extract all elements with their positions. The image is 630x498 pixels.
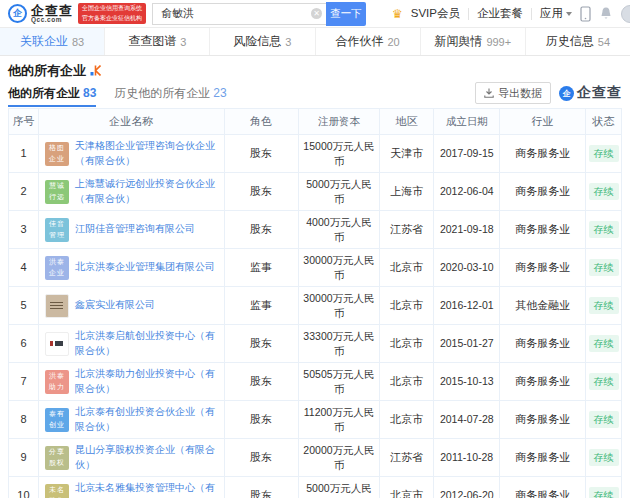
row-index: 9: [9, 439, 39, 477]
tab-graph[interactable]: 查查图谱3: [105, 28, 210, 55]
capital-cell: 33300万元人民币: [299, 325, 381, 363]
status-badge: 存续: [589, 373, 619, 391]
status-badge: 存续: [589, 183, 619, 201]
export-data-button[interactable]: 导出数据: [475, 82, 551, 104]
col-role: 角色: [225, 109, 299, 135]
table-body: 1 格图企业 天津格图企业管理咨询合伙企业（有限合伙） 股东 15000万元人民…: [9, 135, 622, 498]
badge-line-1: 全国企业信用查询系统: [82, 4, 142, 14]
status-badge: 存续: [589, 487, 619, 498]
company-name-link[interactable]: 北京洪泰企业管理集团有限公司: [75, 260, 215, 275]
industry-cell: 商务服务业: [500, 477, 586, 498]
row-index: 5: [9, 287, 39, 325]
region-cell: 北京市: [380, 287, 434, 325]
col-industry: 行业: [500, 109, 586, 135]
notification-bell-icon[interactable]: [599, 6, 613, 21]
industry-cell: 商务服务业: [500, 439, 586, 477]
tab-related-companies[interactable]: 关联企业83: [0, 28, 105, 55]
row-index: 10: [9, 477, 39, 498]
company-name-link[interactable]: 天津格图企业管理咨询合伙企业（有限合伙）: [75, 139, 220, 168]
region-cell: 北京市: [380, 401, 434, 439]
capital-cell: 50505万元人民币: [299, 363, 381, 401]
top-header: 企 企查查 Qcc.com 全国企业信用查询系统 官方备案企业征信机构 ✕ 查一…: [0, 0, 630, 28]
capital-cell: 15000万元人民币: [299, 135, 381, 173]
capital-cell: 5000万元人民币: [299, 173, 381, 211]
industry-cell: 其他金融业: [500, 287, 586, 325]
table-row: 2 慧诚行远 上海慧诚行远创业投资合伙企业（有限合伙） 股东 5000万元人民币…: [9, 173, 622, 211]
industry-cell: 商务服务业: [500, 211, 586, 249]
qcc-logo[interactable]: 企 企查查 Qcc.com: [8, 4, 73, 24]
company-name-link[interactable]: 北京未名雅集投资管理中心（有限合伙）: [75, 481, 220, 498]
subtab-his-companies[interactable]: 他的所有企业83: [8, 85, 96, 102]
tab-risk-info[interactable]: 风险信息3: [210, 28, 315, 55]
role-cell: 股东: [225, 363, 299, 401]
row-index: 7: [9, 363, 39, 401]
tab-history[interactable]: 历史信息54: [526, 28, 630, 55]
company-name-link[interactable]: 昆山分享股权投资企业（有限合伙）: [75, 443, 220, 472]
company-name-link[interactable]: 江阴佳音管理咨询有限公司: [75, 222, 195, 237]
apps-menu[interactable]: 应用: [540, 6, 572, 21]
clear-search-icon[interactable]: ✕: [311, 8, 322, 19]
region-cell: 江苏省: [380, 211, 434, 249]
role-cell: 股东: [225, 401, 299, 439]
date-cell: 2012-06-04: [434, 173, 500, 211]
download-icon: [484, 88, 494, 98]
brand-name: 企查查: [31, 4, 73, 17]
role-cell: 股东: [225, 211, 299, 249]
role-cell: 股东: [225, 477, 299, 498]
region-cell: 北京市: [380, 477, 434, 498]
role-cell: 股东: [225, 135, 299, 173]
company-logo: 佳音管理: [45, 218, 69, 242]
row-index: 1: [9, 135, 39, 173]
search-button[interactable]: 查一下: [326, 2, 366, 26]
region-cell: 江苏省: [380, 439, 434, 477]
col-region: 地区: [380, 109, 434, 135]
tab-partners[interactable]: 合作伙伴20: [316, 28, 421, 55]
subtab-historical-companies[interactable]: 历史他的所有企业23: [114, 85, 226, 102]
company-logo: [45, 294, 69, 318]
subtab-row: 他的所有企业83 历史他的所有企业23 导出数据 企 企查查: [8, 82, 622, 104]
company-name-link[interactable]: 鑫宸实业有限公司: [75, 298, 155, 313]
search-input[interactable]: [152, 3, 326, 25]
company-name-link[interactable]: 上海慧诚行远创业投资合伙企业（有限合伙）: [75, 177, 220, 206]
capital-cell: 30000万元人民币: [299, 249, 381, 287]
enterprise-package-link[interactable]: 企业套餐: [477, 6, 523, 21]
tab-news[interactable]: 新闻舆情999+: [421, 28, 526, 55]
table-row: 7 洪泰助力 北京洪泰助力创业投资中心（有限合伙） 股东 50505万元人民币 …: [9, 363, 622, 401]
role-cell: 股东: [225, 173, 299, 211]
company-name-link[interactable]: 北京洪泰助力创业投资中心（有限合伙）: [75, 367, 220, 396]
companies-table: 序号 企业名称 角色 注册资本 地区 成立日期 行业 状态 1 格图企业 天津格…: [8, 108, 622, 498]
company-name-link[interactable]: 北京泰有创业投资合伙企业（有限合伙）: [75, 405, 220, 434]
svip-link[interactable]: SVIP会员: [411, 6, 460, 21]
section-header: 他的所有企业 他的所有企业83 历史他的所有企业23 导出数据 企 企查查: [0, 56, 630, 104]
table-row: 6 北京洪泰启航创业投资中心（有限合伙） 股东 33300万元人民币 北京市 2…: [9, 325, 622, 363]
chevron-down-icon: [566, 12, 572, 16]
status-badge: 存续: [589, 297, 619, 315]
mobile-phone-icon[interactable]: [580, 6, 591, 22]
date-cell: 2012-06-20: [434, 477, 500, 498]
badge-line-2: 官方备案企业征信机构: [82, 14, 142, 24]
region-cell: 北京市: [380, 363, 434, 401]
region-cell: 天津市: [380, 135, 434, 173]
status-badge: 存续: [589, 259, 619, 277]
date-cell: 2011-10-28: [434, 439, 500, 477]
section-title: 他的所有企业: [8, 62, 86, 80]
company-logo: 格图企业: [45, 142, 69, 166]
date-cell: 2015-10-13: [434, 363, 500, 401]
status-badge: 存续: [589, 411, 619, 429]
status-badge: 存续: [589, 335, 619, 353]
company-logo: 洪泰助力: [45, 370, 69, 394]
user-avatar[interactable]: [621, 5, 630, 23]
qcc-watermark: 企 企查查: [559, 84, 622, 102]
divider: [468, 8, 469, 20]
date-cell: 2020-03-10: [434, 249, 500, 287]
table-row: 10 未名雅集 北京未名雅集投资管理中心（有限合伙） 股东 5000万元人民币 …: [9, 477, 622, 498]
table-row: 9 分享股权 昆山分享股权投资企业（有限合伙） 股东 20000万元人民币 江苏…: [9, 439, 622, 477]
company-logo: 泰有创业: [45, 408, 69, 432]
top-nav: ♛ SVIP会员 企业套餐 应用: [392, 5, 630, 23]
table-header-row: 序号 企业名称 角色 注册资本 地区 成立日期 行业 状态: [9, 109, 622, 135]
row-index: 4: [9, 249, 39, 287]
company-name-link[interactable]: 北京洪泰启航创业投资中心（有限合伙）: [75, 329, 220, 358]
status-badge: 存续: [589, 145, 619, 163]
region-cell: 北京市: [380, 325, 434, 363]
col-registered-capital: 注册资本: [299, 109, 381, 135]
